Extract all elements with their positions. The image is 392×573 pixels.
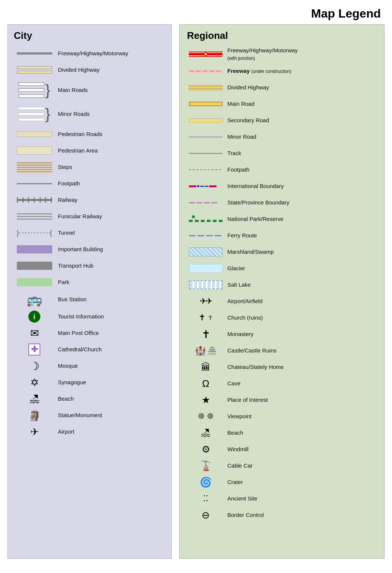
list-item: Transport Hub: [14, 259, 165, 272]
reg-footpath-icon: [187, 169, 224, 170]
reg-salt-lake-label: Salt Lake: [224, 281, 251, 289]
list-item: Freeway/Highway/Motorway: [14, 47, 165, 60]
list-item: ★ Place of Interest: [187, 393, 378, 407]
post-office-label: Main Post Office: [55, 329, 99, 337]
reg-castle-label: Castle/Castle Ruins: [224, 347, 277, 354]
reg-viewpoint-label: Viewpoint: [224, 413, 252, 420]
reg-divided-label: Divided Highway: [224, 84, 269, 91]
transport-hub-icon: [14, 262, 55, 270]
list-item: Pedestrian Area: [14, 144, 165, 157]
reg-marshland-label: Marshland/Swamp: [224, 248, 274, 256]
footpath-icon: [14, 183, 55, 184]
reg-glacier-icon: [187, 264, 224, 273]
reg-cablecar-icon: 🚡: [187, 460, 224, 472]
minor-roads-label: Minor Roads: [55, 110, 90, 118]
reg-glacier-label: Glacier: [224, 265, 245, 272]
reg-freeway-construction-icon: [187, 70, 224, 72]
list-item: ❊ ❊ Viewpoint: [187, 410, 378, 423]
tunnel-icon: } {: [14, 229, 55, 237]
list-item: Main Road: [187, 97, 378, 111]
reg-intl-boundary-label: International Boundary: [224, 182, 284, 190]
list-item: ✈ Airport: [14, 425, 165, 438]
list-item: ✝ ✝ Church (ruins): [187, 311, 378, 324]
reg-church-ruins-icon: ✝ ✝: [187, 313, 224, 323]
list-item: Secondary Road: [187, 114, 378, 127]
list-item: ⊖ Border Control: [187, 508, 378, 522]
ped-area-icon: [14, 147, 55, 155]
mosque-label: Mosque: [55, 362, 78, 370]
list-item: 🏖 Beach: [14, 392, 165, 406]
list-item: Marshland/Swamp: [187, 245, 378, 259]
list-item: Railway: [14, 193, 165, 207]
list-item: Freeway/Highway/Motorway(with junction): [187, 47, 378, 61]
ped-roads-label: Pedestrian Roads: [55, 130, 102, 138]
reg-footpath-label: Footpath: [224, 166, 249, 173]
tourist-info-label: Tourist Information: [55, 313, 104, 320]
reg-cablecar-label: Cable Car: [224, 462, 253, 469]
freeway-label: Freeway/Highway/Motorway: [55, 50, 128, 57]
beach-city-label: Beach: [55, 395, 74, 403]
reg-chateau-label: Chateau/Stately Home: [224, 363, 284, 371]
list-item: ✚ Cathedral/Church: [14, 343, 165, 356]
steps-label: Steps: [55, 163, 72, 171]
list-item: Footpath: [187, 163, 378, 176]
reg-state-boundary-icon: [187, 202, 224, 203]
list-item: Ferry Route: [187, 229, 378, 242]
reg-viewpoint-icon: ❊ ❊: [187, 412, 224, 421]
reg-crater-icon: 🌀: [187, 477, 224, 488]
reg-freeway-label: Freeway/Highway/Motorway(with junction): [224, 47, 298, 61]
list-item: 🚡 Cable Car: [187, 459, 378, 472]
ped-area-label: Pedestrian Area: [55, 147, 98, 154]
synagogue-label: Synagogue: [55, 379, 86, 386]
list-item: 🌀 Crater: [187, 475, 378, 489]
steps-icon: [14, 162, 55, 172]
reg-secondary-icon: [187, 118, 224, 122]
reg-monastery-label: Monastery: [224, 330, 253, 338]
cathedral-label: Cathedral/Church: [55, 346, 102, 353]
reg-minor-road-label: Minor Road: [224, 133, 256, 141]
reg-ferry-icon: [187, 235, 224, 236]
bus-station-icon: 🚌: [14, 292, 55, 307]
list-item: } { Tunnel: [14, 226, 165, 240]
reg-interest-icon: ★: [187, 394, 224, 406]
reg-freeway-construction-label: Freeway (under construction): [224, 67, 291, 75]
tunnel-label: Tunnel: [55, 229, 75, 237]
freeway-icon: [14, 49, 55, 58]
transport-hub-label: Transport Hub: [55, 262, 93, 269]
airport-city-label: Airport: [55, 428, 74, 435]
list-item: ⚙ Windmill: [187, 443, 378, 456]
bus-station-label: Bus Station: [55, 296, 87, 303]
reg-beach-label: Beach: [224, 429, 243, 437]
list-item: 🏛 Chateau/Stately Home: [187, 360, 378, 374]
list-item: ✈✈ Airport/Airfield: [187, 295, 378, 308]
list-item: 🚌 Bus Station: [14, 292, 165, 307]
reg-minor-road-icon: [187, 136, 224, 138]
synagogue-icon: ✡: [14, 376, 55, 389]
reg-secondary-label: Secondary Road: [224, 117, 269, 124]
list-item: Steps: [14, 160, 165, 174]
reg-ancient-icon: ⁚⁚: [187, 494, 224, 503]
list-item: } Main Roads: [14, 80, 165, 101]
reg-track-label: Track: [224, 150, 241, 157]
reg-interest-label: Place of Interest: [224, 396, 268, 404]
list-item: Glacier: [187, 262, 378, 275]
ped-roads-icon: [14, 132, 55, 137]
park-icon: [14, 278, 55, 286]
reg-state-boundary-label: State/Province Boundary: [224, 199, 289, 206]
reg-monastery-icon: ✝: [187, 328, 224, 341]
reg-airport-icon: ✈✈: [187, 296, 224, 306]
reg-cave-label: Cave: [224, 380, 240, 387]
list-item: } Minor Roads: [14, 104, 165, 124]
reg-national-park-label: National Park/Reserve: [224, 215, 283, 223]
list-item: ⁚⁚ Ancient Site: [187, 492, 378, 505]
reg-windmill-icon: ⚙: [187, 444, 224, 455]
reg-cave-icon: Ω: [187, 378, 224, 389]
reg-main-road-label: Main Road: [224, 100, 255, 108]
reg-ancient-label: Ancient Site: [224, 495, 257, 502]
funicular-label: Funicular Railway: [55, 213, 102, 220]
list-item: Salt Lake: [187, 278, 378, 292]
reg-track-icon: [187, 153, 224, 154]
list-item: 🏖 Beach: [187, 426, 378, 440]
post-office-icon: ✉: [14, 327, 55, 339]
reg-beach-icon: 🏖: [187, 427, 224, 439]
